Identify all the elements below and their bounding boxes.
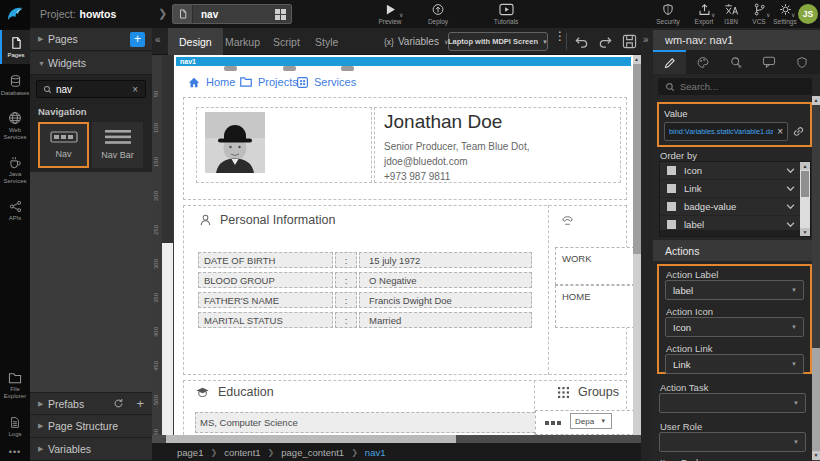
tab-search-properties[interactable] <box>719 50 752 74</box>
contact-cell-home[interactable]: HOME <box>555 285 633 328</box>
scroll-up-icon[interactable]: ▲ <box>812 96 820 105</box>
scrollbar-thumb[interactable] <box>812 348 820 458</box>
breadcrumb-item[interactable]: content1 <box>224 447 260 458</box>
settings-button[interactable]: Settings <box>770 3 800 25</box>
table-cell-value[interactable]: 15 july 1972 <box>359 252 532 268</box>
contact-cell-work[interactable]: WORK <box>555 247 633 285</box>
clear-binding-icon[interactable]: × <box>773 126 787 137</box>
action-link-select[interactable]: Link▼ <box>665 354 804 374</box>
expand-panel-icon[interactable]: » <box>643 34 649 45</box>
save-button[interactable] <box>622 34 637 49</box>
security-button[interactable]: Security <box>650 3 686 25</box>
tab-style[interactable]: Style <box>304 28 349 55</box>
order-item-icon[interactable]: Icon <box>660 162 810 180</box>
tutorials-button[interactable]: Tutorials <box>488 3 524 25</box>
widget-handle[interactable] <box>224 66 237 71</box>
table-cell-colon[interactable]: : <box>335 292 357 308</box>
rail-item-databases[interactable]: Databases <box>0 68 30 102</box>
table-cell-label[interactable]: BLOOD GROUP <box>198 272 333 288</box>
panel-scrollbar[interactable]: ▲ ▼ <box>812 96 820 461</box>
widget-search-input[interactable]: nav × <box>36 80 146 98</box>
order-item-badge-value[interactable]: badge-value <box>660 198 810 216</box>
value-binding-input[interactable]: bind:Variables.staticVariable1.dataSet × <box>664 122 788 141</box>
add-prefab-icon[interactable]: + <box>136 396 144 411</box>
rail-item-web-services[interactable]: Web Services <box>0 106 30 146</box>
page-switcher[interactable]: nav <box>172 4 292 24</box>
table-cell-colon[interactable]: : <box>335 312 357 328</box>
nav-item-home[interactable]: Home <box>188 72 235 92</box>
rail-item-apis[interactable]: APIs <box>0 194 30 228</box>
wavemaker-logo[interactable] <box>0 0 30 28</box>
rail-item-java-services[interactable]: Java Services <box>0 150 30 190</box>
scrollbar-thumb[interactable] <box>633 64 641 254</box>
scroll-up-icon[interactable]: ▲ <box>800 162 810 170</box>
scroll-up-icon[interactable]: ▲ <box>634 56 639 62</box>
table-cell-label[interactable]: DATE OF BIRTH <box>198 252 333 268</box>
table-cell-value[interactable]: O Negative <box>359 272 532 288</box>
chevron-down-icon[interactable] <box>786 204 795 210</box>
preview-chevron[interactable]: ∨ <box>399 11 403 18</box>
user-avatar[interactable]: JS <box>798 4 818 24</box>
refresh-icon[interactable] <box>113 398 124 409</box>
order-item-link[interactable]: Link <box>660 180 810 198</box>
page-structure-section-header[interactable]: ▶ Page Structure <box>30 415 152 438</box>
table-cell-colon[interactable]: : <box>335 252 357 268</box>
undo-button[interactable] <box>574 35 589 48</box>
breadcrumb-item[interactable]: page_content1 <box>281 447 344 458</box>
rail-item-file-explorer[interactable]: File Explorer <box>0 366 30 406</box>
scrollbar-thumb[interactable] <box>162 243 173 435</box>
deploy-button[interactable]: Deploy <box>420 3 456 25</box>
canvas-vertical-scrollbar[interactable]: ▲ <box>633 55 641 435</box>
rail-item-logs[interactable]: Logs <box>0 410 30 444</box>
table-cell-value[interactable]: Francis Dwight Doe <box>359 292 532 308</box>
i18n-button[interactable]: I18N <box>716 3 746 25</box>
checkbox[interactable] <box>667 166 676 175</box>
variables-section-header[interactable]: ▶ Variables <box>30 438 152 461</box>
table-cell-colon[interactable]: : <box>335 272 357 288</box>
widget-tile-nav[interactable]: Nav <box>38 122 89 168</box>
table-cell-value[interactable]: Married <box>359 312 532 328</box>
export-chevron[interactable]: ∨ <box>711 11 715 18</box>
add-page-button[interactable]: + <box>130 32 145 47</box>
education-row[interactable]: MS, Computer Science <box>195 412 540 433</box>
tab-styles[interactable] <box>686 50 719 74</box>
checkbox[interactable] <box>667 184 676 193</box>
canvas-horizontal-scrollbar[interactable]: ◀ ▶ <box>152 435 653 443</box>
scrollbar-thumb[interactable] <box>801 171 809 197</box>
list-scrollbar[interactable]: ▲ ▼ <box>800 162 810 236</box>
table-cell-label[interactable]: FATHER'S NAME <box>198 292 333 308</box>
chevron-down-icon[interactable] <box>786 222 795 228</box>
chevron-down-icon[interactable] <box>786 186 795 192</box>
actions-section-header[interactable]: Actions <box>653 240 812 261</box>
user-role-select[interactable]: ▼ <box>659 432 806 452</box>
chevron-down-icon[interactable] <box>786 168 795 174</box>
scrollbar-thumb[interactable] <box>166 435 456 443</box>
widget-tile-nav-bar[interactable]: Nav Bar <box>92 122 143 168</box>
settings-chevron[interactable]: ∨ <box>791 11 795 18</box>
nav-item-services[interactable]: Services <box>297 72 356 92</box>
action-icon-select[interactable]: Icon▼ <box>665 317 804 337</box>
widget-handle[interactable] <box>283 66 296 71</box>
rail-more-button[interactable]: ••• <box>0 446 30 458</box>
action-label-select[interactable]: label▼ <box>665 280 804 300</box>
device-selector[interactable]: Laptop with MDPI Screen▼ <box>448 32 548 51</box>
collapse-panel-icon[interactable]: « <box>155 34 161 45</box>
selected-widget-bar[interactable]: nav1 <box>176 57 631 66</box>
groups-dropdown[interactable]: Depa▼ <box>570 413 612 429</box>
nav-item-projects[interactable]: Projects <box>240 72 298 92</box>
design-canvas-page[interactable]: nav1 Home Projects Services <box>174 55 633 435</box>
rail-item-pages[interactable]: Pages <box>0 30 30 64</box>
variables-dropdown[interactable]: {x}Variables∨ <box>384 28 448 55</box>
checkbox[interactable] <box>667 202 676 211</box>
widget-handle[interactable] <box>341 66 354 71</box>
more-options-icon[interactable]: ⋮ <box>554 33 566 39</box>
properties-search-input[interactable]: Search... <box>658 78 812 95</box>
checkbox[interactable] <box>667 220 676 229</box>
page-grid-icon[interactable] <box>275 9 286 20</box>
action-task-select[interactable]: ▼ <box>659 393 806 413</box>
pages-section-header[interactable]: ▶ Pages + <box>30 28 152 51</box>
bind-link-icon[interactable] <box>792 125 805 138</box>
scroll-down-icon[interactable]: ▼ <box>812 451 820 460</box>
clear-search-icon[interactable]: × <box>132 84 138 95</box>
breadcrumb-item-active[interactable]: nav1 <box>365 447 386 458</box>
